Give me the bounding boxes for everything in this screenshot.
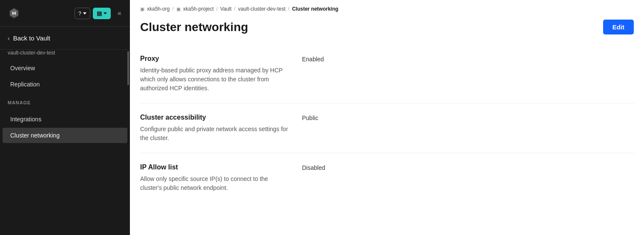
breadcrumb-project: ▣ xka5h-project	[176, 6, 214, 12]
back-arrow-icon: ‹	[8, 35, 10, 42]
proxy-label: Proxy	[140, 55, 288, 63]
header-controls: ? ▤ «	[75, 7, 124, 20]
sidebar-item-cluster-networking[interactable]: Cluster networking	[3, 128, 127, 143]
header-left	[6, 5, 22, 21]
breadcrumb-org-label: xka5h-org	[147, 6, 170, 12]
collapse-sidebar-button[interactable]: «	[115, 7, 124, 20]
main-content: ▣ xka5h-org / ▣ xka5h-project / Vault / …	[130, 0, 644, 235]
manage-section-label: Manage	[8, 100, 122, 105]
breadcrumb-sep-4: /	[288, 6, 289, 12]
manage-section: Manage	[0, 92, 130, 111]
proxy-setting-row: Proxy Identity-based public proxy addres…	[140, 45, 634, 103]
logo	[6, 5, 22, 21]
cluster-name-label: vault-cluster-dev-test	[0, 50, 130, 60]
back-to-vault-link[interactable]: ‹ Back to Vault	[0, 27, 130, 50]
sidebar-header: ? ▤ «	[0, 0, 130, 27]
cluster-accessibility-value: Public	[302, 114, 318, 121]
breadcrumb: ▣ xka5h-org / ▣ xka5h-project / Vault / …	[130, 0, 644, 16]
integrations-label: Integrations	[10, 116, 41, 123]
question-icon: ?	[78, 10, 81, 17]
org-icon: ▣	[140, 6, 144, 12]
sidebar: ? ▤ « ‹ Back to Vault vault-cluster-dev-…	[0, 0, 130, 235]
replication-label: Replication	[10, 81, 40, 88]
cluster-networking-nav-label: Cluster networking	[10, 132, 60, 139]
breadcrumb-sep-2: /	[216, 6, 218, 12]
user-icon: ▤	[97, 10, 102, 17]
breadcrumb-vault-label: Vault	[220, 6, 231, 12]
edit-button[interactable]: Edit	[603, 20, 634, 34]
ip-allow-list-left: IP Allow list Allow only specific source…	[140, 163, 302, 192]
settings-area: Proxy Identity-based public proxy addres…	[130, 45, 644, 203]
proxy-value: Enabled	[302, 55, 324, 63]
cluster-accessibility-label: Cluster accessibility	[140, 114, 288, 121]
user-menu-button[interactable]: ▤	[93, 8, 111, 19]
breadcrumb-sep-1: /	[172, 6, 173, 12]
sidebar-item-replication[interactable]: Replication	[3, 77, 127, 92]
page-header: Cluster networking Edit	[130, 16, 644, 45]
ip-allow-list-label: IP Allow list	[140, 163, 288, 171]
breadcrumb-vault: Vault	[220, 6, 231, 12]
project-icon: ▣	[176, 6, 181, 12]
help-button[interactable]: ?	[75, 8, 90, 19]
cluster-accessibility-desc: Configure public and private network acc…	[140, 125, 288, 143]
back-to-vault-label: Back to Vault	[13, 34, 50, 42]
cluster-accessibility-row: Cluster accessibility Configure public a…	[140, 103, 634, 153]
proxy-desc: Identity-based public proxy address mana…	[140, 66, 288, 93]
ip-allow-list-row: IP Allow list Allow only specific source…	[140, 153, 634, 203]
breadcrumb-current: Cluster networking	[292, 6, 339, 12]
user-chevron-icon	[104, 12, 107, 14]
page-title: Cluster networking	[140, 20, 248, 34]
sidebar-scrollbar[interactable]	[127, 51, 129, 85]
sidebar-item-integrations[interactable]: Integrations	[3, 112, 127, 127]
chevron-down-icon	[83, 12, 86, 14]
overview-label: Overview	[10, 65, 35, 72]
ip-allow-list-desc: Allow only specific source IP(s) to conn…	[140, 175, 288, 192]
ip-allow-list-value: Disabled	[302, 163, 325, 171]
breadcrumb-cluster: vault-cluster-dev-test	[238, 6, 285, 12]
breadcrumb-sep-3: /	[234, 6, 236, 12]
sidebar-item-overview[interactable]: Overview	[3, 60, 127, 76]
breadcrumb-org: ▣ xka5h-org	[140, 6, 170, 12]
proxy-setting-left: Proxy Identity-based public proxy addres…	[140, 55, 302, 93]
breadcrumb-cluster-label: vault-cluster-dev-test	[238, 6, 285, 12]
breadcrumb-project-label: xka5h-project	[183, 6, 214, 12]
cluster-accessibility-left: Cluster accessibility Configure public a…	[140, 114, 302, 143]
